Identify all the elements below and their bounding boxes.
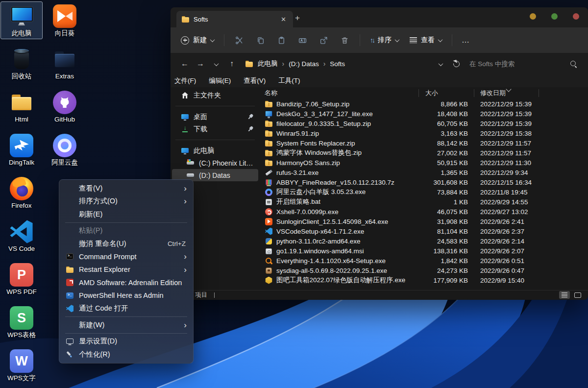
cut-icon xyxy=(235,36,244,45)
refresh-button[interactable] xyxy=(449,59,464,69)
menu-icon-spacer xyxy=(66,321,74,329)
new-tab-button[interactable]: + xyxy=(292,14,303,22)
file-row[interactable]: sysdiag-all-5.0.69.8-2022.09.25.1.exe24,… xyxy=(265,266,580,275)
menu-bar-item[interactable]: 文件(F) xyxy=(174,76,196,85)
copy-button[interactable] xyxy=(251,33,270,48)
file-row[interactable]: DeskGo_3_3_1477_127_lite.exe18,408 KB202… xyxy=(265,109,580,119)
file-row[interactable]: Winrar5.91.zip3,163 KB2022/12/29 15:38 xyxy=(265,128,580,138)
sidebar-item-this-pc-small[interactable]: 此电脑 xyxy=(172,145,258,157)
file-size: 1 KB xyxy=(419,198,474,206)
file-row[interactable]: 开启组策略.bat1 KB2022/9/29 14:55 xyxy=(265,197,580,207)
breadcrumb-item[interactable]: (D:) Datas xyxy=(289,60,319,68)
desktop-icon-vscode[interactable]: VS Code xyxy=(1,218,42,254)
file-row[interactable]: rufus-3.21.exe1,365 KB2022/12/29 9:34 xyxy=(265,168,580,177)
minimize-button[interactable] xyxy=(530,13,536,20)
search-icon[interactable] xyxy=(570,60,577,68)
file-row[interactable]: HarmonyOS Sans.zip50,915 KB2022/12/29 11… xyxy=(265,158,580,168)
file-row[interactable]: python-3.11.0rc2-amd64.exe24,583 KB2022/… xyxy=(265,236,580,246)
sidebar-item-desktop[interactable]: 桌面 xyxy=(172,111,258,123)
desktop-icon-github[interactable]: GitHub xyxy=(44,88,85,125)
more-options-button[interactable]: … xyxy=(458,36,474,45)
cut-button[interactable] xyxy=(230,33,249,48)
desktop-icon-recycle-bin[interactable]: 回收站 xyxy=(1,45,42,82)
context-menu-item[interactable]: AMD Software: Adrenalin Edition xyxy=(62,276,191,290)
context-menu-item[interactable]: 排序方式(O)› xyxy=(62,195,191,208)
view-button[interactable]: 查看 xyxy=(405,32,446,48)
file-date-modified: 2022/12/15 16:34 xyxy=(474,179,580,186)
desktop-icon-wps-sheet[interactable]: WPS表格 xyxy=(1,304,42,340)
context-menu-item[interactable]: 刷新(E) xyxy=(62,208,191,221)
paste-button[interactable] xyxy=(272,33,291,48)
context-menu-item[interactable]: 显示设置(D) xyxy=(62,335,191,348)
large-icons-view-button[interactable] xyxy=(572,291,583,299)
desktop-icon-firefox[interactable]: Firefox xyxy=(1,174,42,211)
desktop-icon-wps-writer[interactable]: WPS文字 xyxy=(1,347,42,384)
file-row[interactable]: 图吧工具箱2022.07绿色版自动解压程序.exe177,909 KB2022/… xyxy=(265,275,580,285)
new-button[interactable]: 新建 xyxy=(176,32,219,48)
file-row[interactable]: 阿里云盘小白羊版 3.05.23.exe73,884 KB2022/11/8 1… xyxy=(265,187,580,197)
file-row[interactable]: Xshell-7.0.0099p.exe46,075 KB2022/9/27 1… xyxy=(265,207,580,217)
context-menu-item[interactable]: 个性化(R) xyxy=(62,348,191,361)
column-date-modified[interactable]: 修改日期 xyxy=(474,89,580,97)
file-name: System Fonts Replacer.zip xyxy=(276,140,355,147)
context-menu-item[interactable]: Restart Explorer› xyxy=(62,263,191,276)
desktop-icon-this-pc[interactable]: 此电脑 xyxy=(1,2,42,39)
file-row[interactable]: VSCodeSetup-x64-1.71.2.exe81,104 KB2022/… xyxy=(265,226,580,236)
desktop-icon-aliyun[interactable]: 阿里云盘 xyxy=(44,131,85,168)
desktop-icon-label: 此电脑 xyxy=(1,29,42,37)
breadcrumb[interactable]: 此电脑›(D:) Datas›Softs xyxy=(240,59,432,68)
file-row[interactable]: ABBYY_FineReader_v15.0.112.2130.7z301,60… xyxy=(265,177,580,187)
menu-bar-item[interactable]: 编辑(E) xyxy=(209,76,231,85)
context-menu-item[interactable]: Command Prompt› xyxy=(62,250,191,264)
file-row[interactable]: filelocator_9.0.3335.1_Setup.zip60,705 K… xyxy=(265,119,580,128)
close-button[interactable] xyxy=(573,13,579,20)
sidebar-item-download[interactable]: 下载 xyxy=(172,123,258,135)
desktop-icon-folder-dark[interactable]: Extras xyxy=(44,45,85,82)
desktop-icon-sunflower[interactable]: 向日葵 xyxy=(44,2,85,39)
sort-button[interactable]: ↑↓ 排序 xyxy=(366,32,403,48)
rename-button[interactable] xyxy=(293,33,312,48)
file-row[interactable]: SunloginClient_12.5.1.45098_x64.exe31,90… xyxy=(265,217,580,226)
delete-button[interactable] xyxy=(335,33,354,48)
explorer-tab[interactable]: Softs ✕ xyxy=(176,11,293,27)
address-dropdown-button[interactable] xyxy=(433,57,448,70)
file-size: 1,365 KB xyxy=(419,169,474,176)
details-view-button[interactable] xyxy=(559,291,570,299)
file-date-modified: 2022/9/26 2:41 xyxy=(474,218,580,225)
github-icon xyxy=(53,91,76,114)
context-menu-item[interactable]: 查看(V)› xyxy=(62,182,191,195)
file-size: 46,075 KB xyxy=(419,208,474,216)
context-menu-item[interactable]: PowerShell Here as Admin xyxy=(62,289,191,302)
paste-icon xyxy=(277,36,286,45)
forward-button[interactable]: → xyxy=(193,57,208,70)
file-row[interactable]: go1.19.1.windows-amd64.msi138,316 KB2022… xyxy=(265,246,580,256)
menu-bar-item[interactable]: 查看(V) xyxy=(244,76,266,85)
column-size[interactable]: 大小 xyxy=(419,89,474,97)
file-row[interactable]: Bandizip_7.06_Setup.zip8,866 KB2022/12/2… xyxy=(265,99,580,109)
back-button[interactable]: ← xyxy=(177,57,192,70)
file-row[interactable]: 鸿蒙字体 Windows替换包.zip27,002 KB2022/12/29 1… xyxy=(265,148,580,158)
desktop-icon-dingtalk[interactable]: DingTalk xyxy=(1,131,42,168)
context-menu-item[interactable]: 通过 Code 打开 xyxy=(62,302,191,315)
column-name[interactable]: 名称 xyxy=(265,89,419,97)
sidebar-item-home[interactable]: 主文件夹 xyxy=(172,89,258,101)
sidebar-item-drive-win[interactable]: (C:) Phoenix LiteOS xyxy=(172,157,258,169)
copy-icon xyxy=(256,36,265,45)
share-button[interactable] xyxy=(314,33,333,48)
file-row[interactable]: Everything-1.4.1.1020.x64-Setup.exe1,842… xyxy=(265,256,580,266)
desktop-icon-wps-pdf[interactable]: WPS PDF xyxy=(1,261,42,297)
maximize-button[interactable] xyxy=(551,13,558,20)
breadcrumb-item[interactable]: Softs xyxy=(330,60,345,68)
context-menu-item[interactable]: 新建(W)› xyxy=(62,318,191,332)
context-menu-item[interactable]: 撤消 重命名(U)Ctrl+Z xyxy=(62,237,191,250)
menu-bar-item[interactable]: 工具(T) xyxy=(278,76,300,85)
desktop-icon-folder-yellow[interactable]: Html xyxy=(1,88,42,125)
menu-divider xyxy=(65,333,187,334)
search-input[interactable] xyxy=(468,60,566,68)
file-row[interactable]: System Fonts Replacer.zip88,142 KB2022/1… xyxy=(265,138,580,148)
tab-close-icon[interactable]: ✕ xyxy=(279,15,288,24)
file-date-modified: 2022/9/26 0:51 xyxy=(474,257,580,265)
recent-locations-button[interactable] xyxy=(209,57,223,70)
breadcrumb-item[interactable]: 此电脑 xyxy=(258,59,278,68)
up-button[interactable]: ↑ xyxy=(224,57,239,70)
